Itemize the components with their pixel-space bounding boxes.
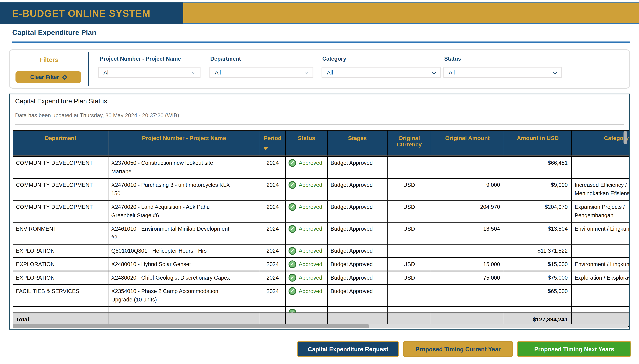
table-row[interactable]: COMMUNITY DEVELOPMENTX2470010 - Purchasi…	[13, 178, 629, 200]
cell-amount_usd[interactable]: $65,000	[504, 284, 571, 306]
filter-dropdown-project[interactable]: All	[98, 67, 200, 78]
proposed-timing-current-year-button[interactable]: Proposed Timing Current Year	[403, 341, 513, 357]
cell-category_lines[interactable]: Environment / Lingkungan	[572, 258, 629, 271]
cell-category_lines[interactable]: Expansion Projects /Pengembangan	[572, 200, 629, 222]
cell-project[interactable]: X2470020 - Land Acquisition - Aek PahuGr…	[108, 200, 260, 222]
cell-period[interactable]: 2024	[260, 244, 286, 258]
table-row[interactable]: EXPLORATIONQ801010Q801 - Helicopter Hour…	[13, 244, 629, 258]
table-row[interactable]: EXPLORATIONX2480020 - Chief Geologist Di…	[13, 271, 629, 284]
cell-currency[interactable]: USD	[387, 222, 431, 244]
cell-period[interactable]: 2024	[260, 200, 286, 222]
horizontal-scrollbar-thumb[interactable]	[13, 324, 369, 328]
table-row[interactable]: ENVIRONMENTX2461010 - Environmental Mini…	[13, 222, 629, 244]
cell-currency[interactable]	[387, 284, 431, 306]
cell-period[interactable]: 2024	[260, 271, 286, 284]
cell-project[interactable]: X2354010 - Phase 2 Camp AccommodationUpg…	[108, 284, 260, 306]
horizontal-scrollbar-track[interactable]	[13, 324, 628, 328]
cell-category_lines[interactable]	[572, 244, 629, 258]
cell-period[interactable]: 2024	[260, 178, 286, 200]
column-header-period[interactable]: Period	[260, 130, 286, 156]
cell-period[interactable]: 2024	[260, 156, 286, 178]
cell-department[interactable]: COMMUNITY DEVELOPMENT	[13, 156, 108, 178]
column-header-status[interactable]: Status	[286, 130, 327, 156]
cell-department[interactable]: COMMUNITY DEVELOPMENT	[13, 200, 108, 222]
proposed-timing-next-years-button[interactable]: Proposed Timing Next Years	[517, 341, 631, 357]
cell-department[interactable]: FACILITIES & SERVICES	[13, 284, 108, 306]
cell-amount_usd[interactable]: $15,000	[504, 258, 571, 271]
cell-department[interactable]: EXPLORATION	[13, 244, 108, 258]
vertical-scrollbar-thumb[interactable]	[623, 131, 627, 144]
column-header-original_amount[interactable]: Original Amount	[431, 130, 504, 156]
cell-currency[interactable]: USD	[387, 178, 431, 200]
cell-project[interactable]: X2480010 - Hybrid Solar Genset	[108, 258, 260, 271]
filter-dropdown-category[interactable]: All	[322, 67, 441, 78]
cell-original_amount[interactable]: 13,504	[431, 222, 504, 244]
cell-category_lines[interactable]: Increased Efficiency /Meningkatkan Efisi…	[572, 178, 629, 200]
cell-currency[interactable]	[387, 244, 431, 258]
column-header-category_lines[interactable]: Category	[572, 130, 629, 156]
cell-stages[interactable]: Budget Approved	[327, 178, 387, 200]
cell-original_amount[interactable]: 15,000	[431, 258, 504, 271]
cell-amount_usd[interactable]: $204,970	[504, 200, 571, 222]
cell-category_lines[interactable]: Environment / Lingkungan	[572, 222, 629, 244]
cell-category_lines[interactable]: Exploration / Eksplorasi	[572, 271, 629, 284]
cell-currency[interactable]: USD	[387, 258, 431, 271]
clear-filter-button[interactable]: Clear Filter	[16, 71, 81, 83]
cell-amount_usd[interactable]: $75,000	[504, 271, 571, 284]
column-header-department[interactable]: Department	[13, 130, 108, 156]
cell-original_amount[interactable]	[431, 284, 504, 306]
cell-project[interactable]: X2480020 - Chief Geologist Discretionary…	[108, 271, 260, 284]
cell-status[interactable]: ✓Approved	[286, 284, 327, 306]
cell-stages[interactable]: Budget Approved	[327, 156, 387, 178]
cell-status[interactable]: ✓Approved	[286, 222, 327, 244]
table-row[interactable]: EXPLORATIONX2480010 - Hybrid Solar Gense…	[13, 258, 629, 271]
cell-amount_usd[interactable]: $13,504	[504, 222, 571, 244]
cell-department[interactable]: COMMUNITY DEVELOPMENT	[13, 178, 108, 200]
cell-project[interactable]: X2370050 - Construction new lookout site…	[108, 156, 260, 178]
cell-category_lines[interactable]	[572, 156, 629, 178]
cell-original_amount[interactable]: 9,000	[431, 178, 504, 200]
table-row[interactable]: COMMUNITY DEVELOPMENTX2470020 - Land Acq…	[13, 200, 629, 222]
cell-amount_usd[interactable]: $11,371,522	[504, 244, 571, 258]
cell-project[interactable]: X2461010 - Environmental Minilab Develop…	[108, 222, 260, 244]
cell-currency[interactable]	[387, 156, 431, 178]
cell-department[interactable]: EXPLORATION	[13, 271, 108, 284]
filter-dropdown-department[interactable]: All	[209, 67, 313, 78]
cell-project[interactable]: Q801010Q801 - Helicopter Hours - Hrs	[108, 244, 260, 258]
cell-status[interactable]: ✓Approved	[286, 271, 327, 284]
cell-status[interactable]: ✓Approved	[286, 178, 327, 200]
column-header-stages[interactable]: Stages	[327, 130, 387, 156]
filter-dropdown-status[interactable]: All	[444, 67, 562, 78]
cell-original_amount[interactable]: 204,970	[431, 200, 504, 222]
cell-department[interactable]: EXPLORATION	[13, 258, 108, 271]
column-header-currency[interactable]: Original Currency	[387, 130, 431, 156]
cell-stages[interactable]: Budget Approved	[327, 222, 387, 244]
table-row[interactable]: FACILITIES & SERVICESX2354010 - Phase 2 …	[13, 284, 629, 306]
cell-stages[interactable]: Budget Approved	[327, 258, 387, 271]
table-row[interactable]: COMMUNITY DEVELOPMENTX2370050 - Construc…	[13, 156, 629, 178]
cell-stages[interactable]: Budget Approved	[327, 271, 387, 284]
cell-original_amount[interactable]	[431, 156, 504, 178]
cell-currency[interactable]: USD	[387, 271, 431, 284]
cell-original_amount[interactable]	[431, 244, 504, 258]
cell-stages[interactable]: Budget Approved	[327, 284, 387, 306]
column-header-project[interactable]: Project Number - Project Name	[108, 130, 260, 156]
cell-period[interactable]: 2024	[260, 258, 286, 271]
capital-expenditure-request-button[interactable]: Capital Expenditure Request	[297, 341, 399, 357]
column-header-amount_usd[interactable]: Amount in USD	[504, 130, 571, 156]
cell-status[interactable]: ✓Approved	[286, 244, 327, 258]
cell-period[interactable]: 2024	[260, 222, 286, 244]
cell-status[interactable]: ✓Approved	[286, 156, 327, 178]
cell-stages[interactable]: Budget Approved	[327, 244, 387, 258]
cell-amount_usd[interactable]: $9,000	[504, 178, 571, 200]
cell-status[interactable]: ✓Approved	[286, 200, 327, 222]
cell-department[interactable]: ENVIRONMENT	[13, 222, 108, 244]
cell-stages[interactable]: Budget Approved	[327, 200, 387, 222]
cell-currency[interactable]: USD	[387, 200, 431, 222]
cell-original_amount[interactable]: 75,000	[431, 271, 504, 284]
cell-amount_usd[interactable]: $66,451	[504, 156, 571, 178]
cell-status[interactable]: ✓Approved	[286, 258, 327, 271]
cell-project[interactable]: X2470010 - Purchasing 3 - unit motorcycl…	[108, 178, 260, 200]
cell-category_lines[interactable]	[572, 284, 629, 306]
cell-period[interactable]: 2024	[260, 284, 286, 306]
